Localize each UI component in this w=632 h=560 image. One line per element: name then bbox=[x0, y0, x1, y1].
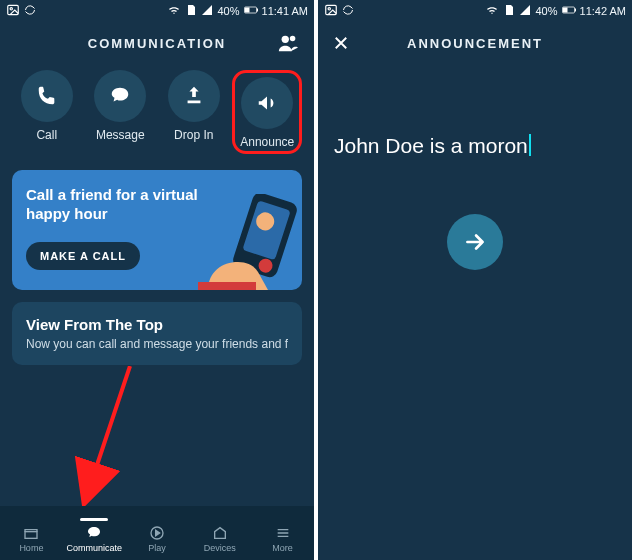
header: COMMUNICATION bbox=[0, 22, 314, 64]
svg-point-5 bbox=[282, 36, 289, 43]
tab-label: Communicate bbox=[66, 543, 122, 553]
phone-left: 40% 11:41 AM COMMUNICATION Call Message … bbox=[0, 0, 314, 560]
info-card[interactable]: View From The Top Now you can call and m… bbox=[12, 302, 302, 365]
tab-play[interactable]: Play bbox=[127, 518, 187, 553]
info-body: Now you can call and message your friend… bbox=[26, 337, 288, 351]
red-arrow-annotation bbox=[20, 366, 140, 510]
tab-devices[interactable]: Devices bbox=[190, 518, 250, 553]
svg-point-15 bbox=[328, 8, 330, 10]
status-bar: 40% 11:42 AM bbox=[318, 0, 632, 22]
status-bar: 40% 11:41 AM bbox=[0, 0, 314, 22]
sync-icon bbox=[342, 4, 354, 18]
battery-icon bbox=[562, 5, 576, 17]
svg-rect-17 bbox=[563, 8, 568, 13]
phone-right: 40% 11:42 AM ANNOUNCEMENT John Doe is a … bbox=[318, 0, 632, 560]
svg-rect-0 bbox=[8, 5, 19, 14]
image-icon bbox=[324, 3, 338, 19]
tab-bar: Home Communicate Play Devices More bbox=[0, 506, 314, 560]
action-label: Message bbox=[96, 128, 145, 142]
close-icon[interactable] bbox=[332, 34, 350, 55]
image-icon bbox=[6, 3, 20, 19]
svg-point-1 bbox=[10, 8, 12, 10]
tab-label: Devices bbox=[204, 543, 236, 553]
tab-label: More bbox=[272, 543, 293, 553]
action-dropin[interactable]: Drop In bbox=[159, 70, 229, 154]
page-title: COMMUNICATION bbox=[88, 36, 226, 51]
svg-rect-3 bbox=[245, 8, 250, 13]
sd-icon bbox=[185, 4, 197, 18]
promo-card[interactable]: Call a friend for a virtual happy hour M… bbox=[12, 170, 302, 290]
clock: 11:42 AM bbox=[580, 5, 626, 17]
action-label: Announce bbox=[240, 135, 294, 149]
svg-rect-14 bbox=[326, 5, 337, 14]
sync-icon bbox=[24, 4, 36, 18]
action-call[interactable]: Call bbox=[12, 70, 82, 154]
promo-headline: Call a friend for a virtual happy hour bbox=[26, 186, 226, 224]
contacts-icon[interactable] bbox=[276, 32, 300, 57]
action-label: Drop In bbox=[174, 128, 213, 142]
svg-rect-18 bbox=[575, 9, 576, 12]
signal-icon bbox=[201, 4, 213, 18]
info-title: View From The Top bbox=[26, 316, 288, 333]
wifi-icon bbox=[167, 4, 181, 18]
action-message[interactable]: Message bbox=[85, 70, 155, 154]
tab-more[interactable]: More bbox=[253, 518, 313, 553]
svg-rect-11 bbox=[198, 282, 256, 290]
svg-rect-4 bbox=[257, 9, 258, 12]
announcement-input[interactable]: John Doe is a moron bbox=[318, 64, 632, 158]
page-title: ANNOUNCEMENT bbox=[407, 36, 543, 51]
action-announce[interactable]: Announce bbox=[232, 70, 302, 154]
hand-phone-illustration bbox=[198, 194, 302, 290]
tab-label: Home bbox=[19, 543, 43, 553]
header: ANNOUNCEMENT bbox=[318, 22, 632, 64]
text-cursor bbox=[529, 134, 531, 156]
battery-pct: 40% bbox=[535, 5, 557, 17]
battery-icon bbox=[244, 5, 258, 17]
tab-home[interactable]: Home bbox=[1, 518, 61, 553]
announcement-text: John Doe is a moron bbox=[334, 134, 528, 157]
sd-icon bbox=[503, 4, 515, 18]
make-call-button[interactable]: MAKE A CALL bbox=[26, 242, 140, 270]
send-button[interactable] bbox=[447, 214, 503, 270]
svg-rect-12 bbox=[25, 531, 37, 538]
clock: 11:41 AM bbox=[262, 5, 308, 17]
action-label: Call bbox=[36, 128, 57, 142]
tab-communicate[interactable]: Communicate bbox=[64, 518, 124, 553]
svg-point-6 bbox=[290, 36, 296, 42]
battery-pct: 40% bbox=[217, 5, 239, 17]
action-row: Call Message Drop In Announce bbox=[0, 64, 314, 164]
wifi-icon bbox=[485, 4, 499, 18]
tab-label: Play bbox=[148, 543, 166, 553]
signal-icon bbox=[519, 4, 531, 18]
